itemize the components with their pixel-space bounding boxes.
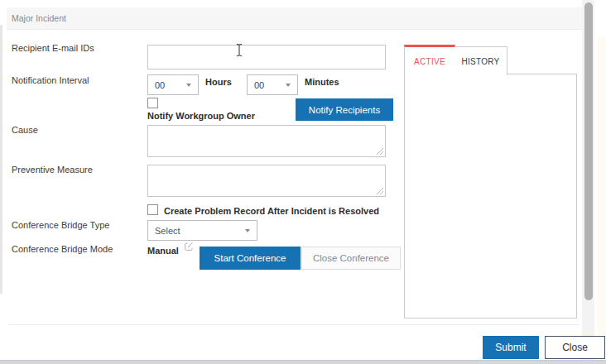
minutes-select-value: 00	[254, 80, 264, 90]
tab-history-label: HISTORY	[461, 57, 499, 66]
submit-button[interactable]: Submit	[483, 336, 539, 359]
resize-gripper-icon[interactable]	[376, 147, 383, 155]
close-button[interactable]: Close	[545, 336, 605, 359]
hours-unit-label: Hours	[205, 77, 232, 87]
cause-label: Cause	[12, 125, 38, 135]
recipient-email-label: Recipient E-mail IDs	[12, 43, 94, 53]
notifications-panel	[404, 74, 577, 318]
major-incident-dialog: Major Incident Recipient E-mail IDs Noti…	[0, 0, 606, 364]
dialog-left-edge	[0, 25, 2, 294]
conference-bridge-type-label: Conference Bridge Type	[12, 220, 109, 230]
notify-workgroup-owner-label: Notify Workgroup Owner	[147, 111, 255, 121]
text-cursor-icon	[235, 43, 243, 57]
conference-bridge-mode-label: Conference Bridge Mode	[12, 244, 113, 254]
tab-history[interactable]: HISTORY	[454, 46, 507, 75]
resize-gripper-icon[interactable]	[376, 187, 383, 194]
notify-workgroup-owner-checkbox[interactable]	[147, 98, 158, 108]
create-problem-record-checkbox[interactable]	[147, 204, 158, 215]
minutes-unit-label: Minutes	[305, 77, 339, 87]
notification-interval-label: Notification Interval	[12, 75, 89, 85]
preventive-measure-label: Preventive Measure	[12, 165, 93, 175]
hours-select[interactable]: 00	[147, 74, 199, 95]
recipient-email-input[interactable]	[147, 45, 386, 69]
window-bottom-edge	[0, 360, 606, 364]
scrollbar-thumb[interactable]	[584, 2, 593, 300]
preventive-measure-textarea[interactable]	[147, 165, 386, 197]
page-title: Major Incident	[12, 13, 66, 23]
start-conference-button[interactable]: Start Conference	[200, 247, 301, 270]
notify-recipients-button[interactable]: Notify Recipients	[296, 98, 393, 121]
conference-bridge-mode-value: Manual	[147, 246, 179, 256]
dialog-header: Major Incident	[7, 7, 584, 30]
minutes-select[interactable]: 00	[247, 74, 298, 95]
cause-textarea[interactable]	[147, 125, 386, 157]
tab-active[interactable]: ACTIVE	[404, 45, 455, 75]
conference-bridge-type-value: Select	[155, 226, 180, 236]
footer-divider	[8, 324, 580, 325]
chevron-down-icon	[186, 84, 191, 87]
hours-select-value: 00	[155, 80, 165, 90]
chevron-down-icon	[286, 84, 291, 87]
chevron-down-icon	[245, 229, 250, 232]
conference-bridge-type-select[interactable]: Select	[147, 220, 257, 241]
tab-active-label: ACTIVE	[414, 57, 445, 66]
close-conference-button[interactable]: Close Conference	[301, 247, 401, 270]
edit-icon[interactable]	[184, 242, 194, 251]
page-background-sliver	[598, 37, 606, 356]
create-problem-record-label: Create Problem Record After Incident is …	[164, 206, 379, 216]
